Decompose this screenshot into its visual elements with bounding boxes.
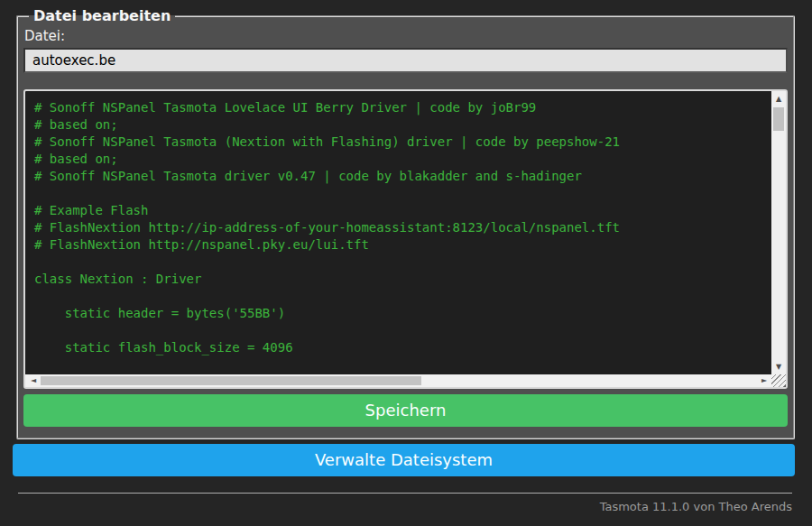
scroll-right-icon[interactable]: ►	[757, 374, 771, 387]
edit-file-legend: Datei bearbeiten	[29, 7, 175, 24]
horizontal-scrollbar[interactable]: ◄ ►	[25, 374, 771, 387]
scroll-up-icon[interactable]: ▲	[771, 92, 786, 106]
file-content-text[interactable]: # Sonoff NSPanel Tasmota Lovelace UI Ber…	[25, 91, 771, 374]
edit-file-fieldset: Datei bearbeiten Datei: # Sonoff NSPanel…	[16, 7, 795, 439]
file-content-editor[interactable]: # Sonoff NSPanel Tasmota Lovelace UI Ber…	[23, 89, 788, 389]
footer-version-text: Tasmota 11.1.0 von Theo Arends	[0, 500, 792, 513]
save-button[interactable]: Speichern	[23, 394, 788, 427]
file-label: Datei:	[24, 28, 788, 44]
manage-filesystem-button[interactable]: Verwalte Dateisystem	[13, 444, 795, 476]
scroll-left-icon[interactable]: ◄	[26, 374, 41, 387]
horizontal-scrollbar-thumb[interactable]	[41, 376, 421, 385]
resize-grip-icon[interactable]	[771, 374, 786, 387]
footer-divider	[18, 493, 792, 494]
filename-input[interactable]	[23, 48, 788, 73]
vertical-scrollbar-thumb[interactable]	[773, 107, 784, 131]
vertical-scrollbar[interactable]: ▲ ▼	[771, 91, 786, 374]
scroll-down-icon[interactable]: ▼	[771, 360, 786, 374]
